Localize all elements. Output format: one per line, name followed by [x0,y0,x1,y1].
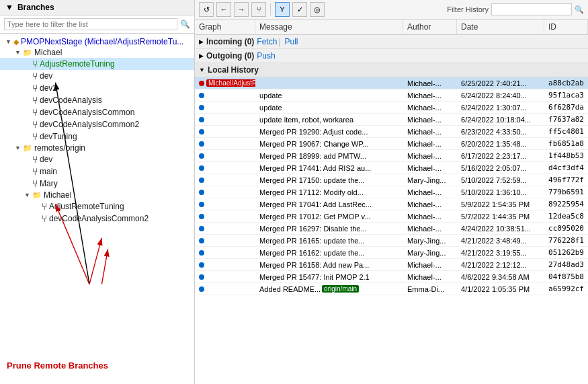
history-row-8[interactable]: Merged PR 17150: update the... Mary-Jing… [195,174,588,186]
history-row-17[interactable]: Added README... origin/main Emma-Di... 4… [195,283,588,295]
cell-graph-9 [195,188,255,196]
cell-msg-9: Merged PR 17112: Modify old... [255,187,403,198]
branch-search-input[interactable] [4,18,177,30]
branch-btn[interactable]: ⑂ [251,2,266,17]
icon-ro-m-adj: ⑂ [42,201,47,212]
tree-item-devtuning[interactable]: ⑂ devTuning [0,130,194,143]
cell-author-16: Michael-... [403,272,457,282]
filter-search-icon[interactable]: 🔍 [575,5,584,14]
cell-id-10: 89225954 [544,198,588,210]
cell-msg-17: Added README... origin/main [255,284,403,295]
col-header-message[interactable]: Message [255,20,403,34]
tree-item-ro-main[interactable]: ⑂ main [0,165,194,178]
history-row-3[interactable]: update item, robot, workarea Michael-...… [195,114,588,126]
history-row-7[interactable]: Merged PR 17441: Add RIS2 au... Michael-… [195,162,588,174]
cell-graph-16 [195,273,255,281]
history-row-5[interactable]: Merged PR 19067: Change WP... Michael-..… [195,138,588,150]
history-row-10[interactable]: Merged PR 17041: Add LastRec... Michael-… [195,198,588,210]
tree-item-ro-michael[interactable]: ▼ 📁 Michael [0,190,194,200]
history-row-9[interactable]: Merged PR 17112: Modify old... Michael-.… [195,186,588,198]
history-row-6[interactable]: Merged PR 18999: add PMTW... Michael-...… [195,150,588,162]
cell-author-7: Michael-... [403,163,457,174]
cell-id-8: 496f772f [544,174,588,186]
graph-dot-5 [199,141,204,147]
icon-ro-mary: ⑂ [32,178,38,189]
section-incoming[interactable]: ▶ Incoming (0) Fetch | Pull [195,35,588,49]
label-ro-main: main [40,167,57,176]
tree-item-remotes-origin[interactable]: ▼ 📁 remotes/origin [0,143,194,153]
history-row-1[interactable]: update Michael-... 6/24/2022 8:24:40... … [195,89,588,102]
section-outgoing[interactable]: ▶ Outgoing (0) Push [195,49,588,63]
graph-dot-15 [199,262,204,268]
history-row-2[interactable]: update Michael-... 6/24/2022 1:30:07... … [195,102,588,114]
cell-msg-6: Merged PR 18999: add PMTW... [255,151,403,161]
cell-msg-2: update [255,102,403,113]
col-header-author[interactable]: Author [403,20,457,34]
outgoing-push-link[interactable]: Push [257,51,275,61]
graph-dot-0 [199,81,204,86]
col-header-graph[interactable]: Graph [195,20,255,34]
tree-item-ro-michael-dcac2[interactable]: ⑂ devCodeAnalysisCommon2 [0,213,194,225]
view-btn-2[interactable]: ✓ [292,2,307,17]
tree-item-dev2[interactable]: ⑂ dev2 [0,82,194,94]
forward-button[interactable]: → [234,2,249,17]
tree-item-devcodeanalysiscommon2[interactable]: ⑂ devCodeAnalysisCommon2 [0,118,194,130]
incoming-fetch-link[interactable]: Fetch [257,37,277,46]
cell-id-5: fb6851a8 [544,138,588,149]
tree-item-devcodeanalysis[interactable]: ⑂ devCodeAnalysis [0,94,194,106]
cell-date-1: 6/24/2022 8:24:40... [457,90,544,101]
icon-ro-main: ⑂ [32,166,38,177]
arrow-pmop: ▼ [5,38,13,45]
cell-graph-2 [195,104,255,112]
graph-dot-10 [199,202,204,207]
tree-item-dev[interactable]: ⑂ dev [0,70,194,82]
col-header-id[interactable]: ID [544,20,588,34]
cell-author-11: Michael-... [403,211,457,222]
tree-item-ro-michael-adjust[interactable]: ⑂ AdjustRemoteTuning [0,200,194,213]
label-ro-m-dcac2: devCodeAnalysisCommon2 [49,214,149,223]
section-local-history[interactable]: ▼ Local History [195,63,588,77]
label-ro-michael: Michael [44,190,71,200]
graph-dot-6 [199,153,204,159]
history-row-12[interactable]: Merged PR 16297: Disable the... Michael-… [195,223,588,235]
tree-item-michael-folder[interactable]: ▼ 📁 Michael [0,47,194,58]
cell-author-5: Michael-... [403,139,457,149]
tree-item-pmop[interactable]: ▼ ◆ PMOPNextStage (Michael/AdjustRemoteT… [0,36,194,47]
history-row-15[interactable]: Merged PR 16158: Add new Pa... Michael-.… [195,259,588,271]
graph-dot-4 [199,129,204,135]
history-content: ▶ Incoming (0) Fetch | Pull ▶ Outgoing (… [195,35,588,384]
incoming-pull-link[interactable]: Pull [285,37,298,46]
history-row-11[interactable]: Merged PR 17012: Get PMOP v... Michael-.… [195,210,588,223]
cell-id-6: 1f448b53 [544,150,588,161]
graph-dot-8 [199,178,204,183]
filter-input[interactable] [491,3,572,15]
history-row-16[interactable]: Merged PR 15477: Init PMOP 2.1 Michael-.… [195,271,588,283]
back-button[interactable]: ← [216,2,231,17]
history-row-0[interactable]: Michael/AdjustRemote... orig Michael-...… [195,77,588,89]
tree-item-adjustremotetuning[interactable]: ⑂ AdjustRemoteTuning [0,58,194,70]
cell-msg-10: Merged PR 17041: Add LastRec... [255,199,403,210]
label-michael: Michael [34,48,62,57]
cell-date-12: 4/24/2022 10:38:51... [457,223,544,234]
tree-item-devcodeanalysiscommon[interactable]: ⑂ devCodeAnalysisCommon [0,106,194,118]
icon-dt: ⑂ [32,131,38,142]
refresh-button[interactable]: ↺ [199,2,214,17]
history-row-13[interactable]: Merged PR 16165: update the... Mary-Jing… [195,235,588,247]
tree-item-ro-mary[interactable]: ⑂ Mary [0,178,194,190]
cell-date-15: 4/21/2022 2:12:12... [457,260,544,270]
tree-item-ro-dev[interactable]: ⑂ dev [0,153,194,165]
cell-date-4: 6/23/2022 4:33:50... [457,126,544,137]
history-row-14[interactable]: Merged PR 16162: update the... Mary-Jing… [195,247,588,259]
icon-dca: ⑂ [32,95,38,106]
label-dt: devTuning [40,132,77,141]
label-dev: dev [40,71,52,81]
view-btn-3[interactable]: ◎ [310,2,325,17]
icon-pmop: ◆ [13,38,19,46]
branch-search-icon[interactable]: 🔍 [180,20,190,29]
history-row-4[interactable]: Merged PR 19290: Adjust code... Michael-… [195,126,588,138]
cell-date-5: 6/20/2022 1:35:48... [457,139,544,149]
view-btn-1[interactable]: Y [275,2,290,17]
col-header-date[interactable]: Date [457,20,544,34]
cell-date-17: 4/1/2022 1:05:35 PM [457,284,544,295]
cell-author-15: Michael-... [403,260,457,270]
